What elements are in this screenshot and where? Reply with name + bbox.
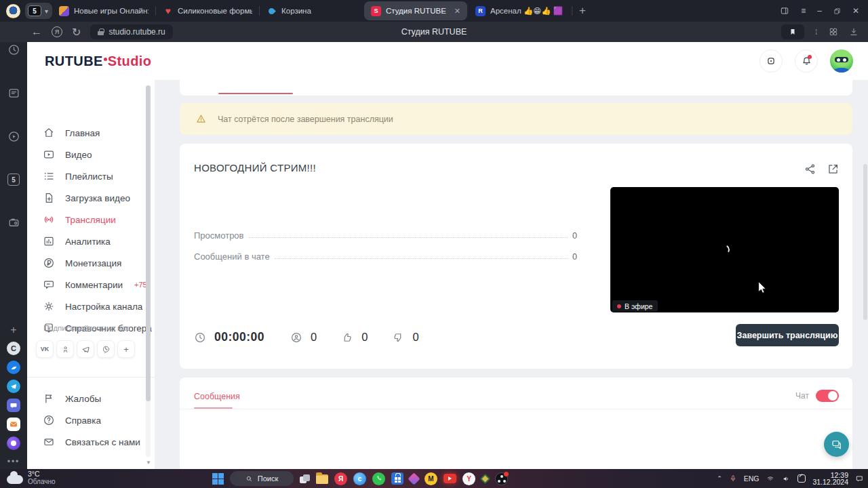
dotted-leader (249, 237, 568, 238)
puzzle-icon (59, 6, 69, 16)
mouse-cursor (758, 281, 767, 294)
sidebar-item-channel-settings[interactable]: Настройка канала (27, 296, 155, 317)
volume-icon[interactable] (782, 474, 791, 483)
chat-toggle[interactable] (816, 390, 839, 402)
minimize-icon[interactable]: – (817, 6, 822, 16)
browser-profile-avatar[interactable] (6, 4, 20, 18)
rutube-studio-logo[interactable]: RUTUBE Studio (45, 54, 151, 69)
telegram-social-icon[interactable] (77, 340, 94, 358)
sidebar-item-comments[interactable]: Комментарии +75 (27, 274, 155, 296)
page-scrollbar[interactable] (863, 42, 867, 469)
green-app-button[interactable] (372, 472, 385, 485)
dotted-leader (275, 258, 568, 259)
sidebar-scrollbar[interactable] (146, 85, 151, 457)
sidebar-item-contact[interactable]: Связаться с нами (27, 431, 155, 453)
feed-icon[interactable] (7, 87, 20, 100)
messenger-icon[interactable] (7, 399, 20, 412)
viber-icon[interactable] (97, 340, 115, 358)
browser-tab-active[interactable]: S Студия RUTUBE ✕ (364, 1, 467, 20)
download-icon[interactable] (849, 27, 859, 37)
live-badge: В эфире (612, 300, 658, 312)
more-services-icon[interactable]: ••• (7, 457, 20, 466)
wifi-icon[interactable] (766, 474, 775, 483)
sidebar-item-help[interactable]: Справка (27, 409, 155, 431)
tray-expand-icon[interactable]: ⌃ (717, 475, 722, 482)
reload-icon[interactable]: ↻ (72, 26, 81, 39)
tab-counter[interactable]: 5 ▾ (25, 3, 52, 19)
file-explorer-button[interactable] (316, 474, 328, 484)
new-tab-button[interactable]: + (579, 4, 586, 18)
clock-widget[interactable]: 12:39 31.12.2024 (812, 472, 848, 486)
youtube-button[interactable] (443, 474, 456, 483)
rutube-studio-app: Главная Видео Плейлисты Загрузка видео Т… (27, 42, 868, 469)
add-service-icon[interactable]: + (10, 324, 16, 336)
sidebar-item-home[interactable]: Главная (27, 122, 155, 144)
cloud-icon (7, 475, 23, 484)
browser-tab[interactable]: R Арсенал 👍😁👍 🟪 на R (469, 0, 572, 22)
url-field[interactable]: studio.rutube.ru (90, 24, 172, 39)
share-icon[interactable] (804, 163, 816, 176)
alice-icon[interactable] (7, 436, 20, 450)
game-app-button[interactable] (480, 473, 491, 484)
more-socials-icon[interactable]: + (117, 340, 135, 358)
obs-button[interactable] (495, 472, 508, 485)
gear-icon (43, 300, 55, 312)
close-tab-icon[interactable]: ✕ (454, 7, 460, 16)
blue-browser-button[interactable]: c (353, 472, 366, 485)
sidebar-item-streams[interactable]: Трансляции (27, 209, 155, 230)
yandex-browser-button[interactable]: Я (334, 472, 347, 485)
support-chat-fab[interactable] (824, 432, 849, 457)
menu-icon[interactable]: ≡ (801, 6, 806, 16)
end-stream-button[interactable]: Завершить трансляцию (736, 324, 839, 346)
sidebar-item-video[interactable]: Видео (27, 144, 155, 165)
stream-preview[interactable]: В эфире (610, 187, 839, 312)
photos-button[interactable] (408, 472, 420, 485)
pen-tray-icon[interactable] (797, 474, 806, 483)
m-app-button[interactable]: M (425, 472, 437, 485)
ms-store-button[interactable] (391, 472, 403, 485)
user-avatar[interactable] (830, 49, 853, 73)
tab-messages[interactable]: Сообщения (194, 392, 240, 401)
mail-app-icon[interactable] (7, 418, 20, 431)
sidebar-item-upload[interactable]: Загрузка видео (27, 187, 155, 209)
open-external-icon[interactable] (827, 163, 840, 176)
notification-center-icon[interactable] (855, 474, 864, 483)
ok-icon[interactable] (56, 340, 74, 358)
start-button[interactable] (212, 473, 224, 485)
collections-icon[interactable] (829, 27, 838, 37)
warning-triangle-icon (195, 113, 207, 125)
telegram-icon[interactable] (7, 380, 20, 393)
yandex-icon[interactable]: Я (52, 26, 62, 37)
microphone-icon[interactable] (729, 474, 737, 483)
tabs-count-icon[interactable]: 5 (7, 174, 20, 186)
likes-count: 0 (361, 331, 368, 344)
create-stream-button[interactable] (760, 49, 783, 73)
history-clock-icon[interactable] (7, 43, 20, 56)
sidebar-item-playlists[interactable]: Плейлисты (27, 165, 155, 187)
y-music-button[interactable]: Y (462, 472, 475, 485)
weather-widget[interactable]: 3°C Облачно (7, 470, 56, 485)
screenshot-icon[interactable] (7, 216, 20, 229)
restore-icon[interactable] (833, 7, 841, 15)
video-service-icon[interactable] (7, 130, 20, 143)
close-window-icon[interactable]: ✕ (852, 6, 859, 16)
back-icon[interactable]: ← (31, 26, 42, 38)
language-indicator[interactable]: ENG (744, 474, 760, 483)
sidebar-item-complaints[interactable]: Жалобы (27, 388, 155, 409)
extensions-icon[interactable]: ⁞ (815, 28, 818, 36)
browser-tab[interactable]: Новые игры Онлайн: Игр (52, 0, 155, 22)
dzen-icon[interactable] (7, 361, 20, 374)
sidebar-item-monetization[interactable]: Монетизация (27, 252, 155, 274)
browser-address-bar: ← Я ↻ studio.rutube.ru Студия RUTUBE ⁞ (0, 22, 868, 42)
c-service-icon[interactable]: C (7, 342, 20, 355)
sidebar-item-analytics[interactable]: Аналитика (27, 230, 155, 252)
side-panel-icon[interactable] (780, 6, 789, 16)
notifications-button[interactable] (795, 49, 818, 73)
task-view-button[interactable] (300, 474, 310, 483)
browser-tab[interactable]: Корзина (260, 0, 363, 22)
taskbar-search[interactable]: Поиск (230, 471, 294, 486)
bookmark-button[interactable] (781, 24, 804, 39)
scroll-down-arrow-icon[interactable]: ▼ (146, 460, 151, 466)
vk-icon[interactable]: VK (36, 340, 54, 358)
browser-tab[interactable]: ♥ Силиконовые формы (мо (156, 0, 259, 22)
